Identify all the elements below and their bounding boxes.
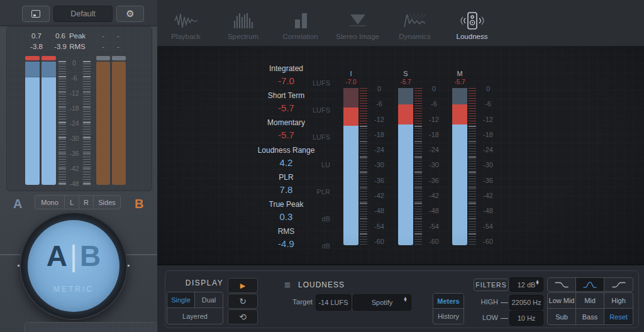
stat-plr: PLR 7.8 PLR [242, 172, 330, 199]
db-scale-label: -6 [370, 100, 389, 108]
play-icon: ▶ [240, 282, 245, 290]
cycle-button[interactable]: ⟲ [228, 309, 258, 324]
band-pass-filter-button[interactable] [576, 278, 604, 291]
stat-value: -4.9 [278, 238, 294, 249]
tab-correlation[interactable]: Correlation [272, 0, 329, 46]
db-scale-label: -60 [425, 238, 443, 245]
stat-integrated: Integrated -7.0 LUFS [242, 63, 330, 90]
db-scale: 0-6-12-18-24-30-36-42-48 [66, 59, 82, 187]
stat-unit: PLR [317, 185, 330, 199]
meter-s-ticks [414, 88, 422, 245]
db-scale-label: -54 [425, 223, 443, 230]
high-cut-filter-button[interactable] [548, 278, 576, 291]
pip-window-button[interactable] [22, 6, 50, 22]
tab-label: Loudness [457, 33, 488, 40]
sub-band-button[interactable]: Sub [548, 309, 576, 324]
target-value: -14 LUFS [318, 299, 348, 306]
high-freq-field[interactable]: 22050 Hz [509, 295, 543, 310]
stat-value: -7.0 [278, 75, 294, 86]
control-bar: DISPLAY Single Dual Layered ▶ ↻ ⟲ ≡ LOUD… [157, 264, 644, 332]
db-scale-label: -18 [425, 131, 443, 138]
db-scale-label: -6 [479, 100, 497, 108]
meter-m-ticks [469, 88, 476, 245]
db-scale-label: -42 [479, 192, 497, 199]
waveform-icon [172, 11, 200, 31]
stat-value: -5.7 [278, 130, 294, 140]
preset-header: Default ⚙ [0, 0, 157, 26]
knob-a-label: A [47, 240, 67, 272]
db-scale-label: -12 [370, 116, 389, 123]
target-preset-dropdown[interactable]: Spotify ▲▼ [353, 294, 411, 311]
left-button[interactable]: L [65, 196, 79, 209]
tab-loudness[interactable]: Loudness [443, 0, 501, 46]
db-scale-label: -48 [425, 207, 443, 214]
b-clip-indicator-right[interactable] [112, 56, 126, 60]
db-scale-label: -36 [66, 150, 82, 157]
tab-spectrum[interactable]: Spectrum [214, 0, 272, 46]
filters-button[interactable]: FILTERS [474, 279, 509, 291]
db-scale-label: -36 [425, 177, 443, 184]
filter-slope-stepper[interactable]: 12 dB ▲▼ [509, 277, 543, 292]
a-clip-indicator-left[interactable] [25, 56, 40, 60]
meters-view-button[interactable]: Meters [433, 294, 464, 309]
knob-caption: METRIC [28, 285, 119, 294]
db-scale-label: -6 [425, 100, 443, 108]
tab-label: Dynamics [399, 33, 430, 40]
db-scale-label: 0 [479, 85, 497, 92]
stat-unit: LUFS [313, 103, 330, 117]
tab-stereo-image[interactable]: Stereo Image [329, 0, 386, 46]
play-button[interactable]: ▶ [228, 278, 258, 293]
stat-value: 0.3 [280, 211, 293, 222]
meter-s-scale: 0-6-12-18-24-30-36-42-48-54-60 [425, 85, 443, 245]
slope-spinner-icon[interactable]: ▲▼ [535, 280, 540, 285]
history-view-button[interactable]: History [433, 309, 464, 324]
hamburger-icon[interactable]: ≡ [284, 280, 291, 290]
a-clip-indicator-right[interactable] [42, 56, 56, 60]
a-rms-left: -3.8 [26, 43, 47, 50]
stat-unit: dB [322, 212, 330, 226]
peak-readout-row: 0.7 0.6 Peak - - [7, 32, 152, 42]
meter-i-ticks [360, 88, 367, 245]
db-scale-label: -30 [370, 161, 389, 169]
b-clip-indicator-left[interactable] [96, 56, 110, 60]
layered-mode-button[interactable]: Layered [167, 308, 223, 324]
knob-notch-right [125, 254, 157, 255]
low-mid-band-button[interactable]: Low Mid [548, 293, 576, 309]
stat-label: Loudness Range [242, 145, 330, 156]
low-freq-field[interactable]: 10 Hz [509, 311, 543, 326]
single-mode-button[interactable]: Single [167, 292, 195, 307]
dropdown-spinner-icon[interactable]: ▲▼ [403, 297, 408, 302]
meter-i-header: I [336, 70, 366, 77]
mono-button[interactable]: Mono [35, 196, 65, 209]
ab-switch-knob[interactable]: A|B METRIC [21, 213, 126, 319]
stat-label: Integrated [242, 63, 330, 74]
preset-selector[interactable]: Default [53, 6, 113, 22]
tab-playback[interactable]: Playback [157, 0, 214, 46]
meter-s-bar [398, 88, 413, 245]
high-dash [501, 302, 508, 303]
reset-bands-button[interactable]: Reset [604, 309, 633, 324]
dual-mode-button[interactable]: Dual [195, 292, 223, 307]
target-value-field[interactable]: -14 LUFS [316, 294, 351, 311]
meter-i-bar [343, 88, 358, 245]
stat-label: PLR [242, 172, 330, 183]
low-cut-filter-button[interactable] [604, 278, 633, 291]
meter-m-value: -5.7 [445, 79, 475, 86]
stat-value: 4.2 [280, 157, 293, 168]
stat-unit: dB [322, 239, 330, 253]
loop-button[interactable]: ↻ [228, 294, 258, 309]
stat-label: Momentary [242, 117, 330, 128]
settings-button[interactable]: ⚙ [116, 6, 144, 22]
db-scale-label: -48 [370, 207, 389, 214]
stat-unit: LU [321, 158, 330, 172]
high-band-button[interactable]: High [604, 293, 633, 309]
db-scale-label: -30 [425, 161, 443, 169]
right-button[interactable]: R [79, 196, 94, 209]
sides-button[interactable]: Sides [94, 196, 120, 209]
db-scale-label: -36 [370, 177, 389, 184]
bass-band-button[interactable]: Bass [576, 309, 604, 324]
meter-m-header: M [445, 70, 475, 77]
mid-band-button[interactable]: Mid [576, 293, 604, 309]
stat-unit: LUFS [313, 76, 330, 90]
tab-dynamics[interactable]: Dynamics [386, 0, 443, 46]
